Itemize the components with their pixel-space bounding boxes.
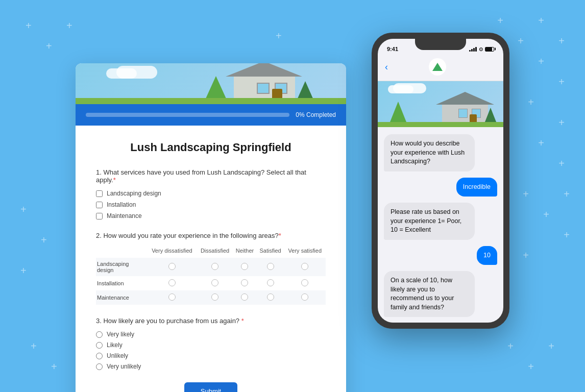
chat-messages: How would you describe your experience w… [378,127,503,323]
chat-header: ‹ [378,54,503,81]
radio-cell[interactable] [284,290,326,305]
radio-likely-input[interactable] [96,342,103,349]
checkbox-group-1: Landscaping design Installation Maintena… [96,190,326,219]
row-label-2: Maintenance [96,290,147,305]
checkbox-installation[interactable]: Installation [96,201,326,208]
back-arrow-icon[interactable]: ‹ [385,62,388,72]
radio-cell[interactable] [197,276,233,290]
survey-card: 0% Completed Lush Landscaping Springfiel… [76,63,346,392]
question-3: 3. How likely are you to purchase from u… [96,317,326,370]
checkbox-installation-input[interactable] [96,202,103,208]
survey-header: 0% Completed [76,104,346,126]
phone-frame: 9:41 ⊙ [372,33,509,329]
radio-cell[interactable] [147,258,197,276]
radio-cell[interactable] [147,290,197,305]
submit-area: Submit [96,382,326,392]
survey-body: Lush Landscaping Springfield 1. What ser… [76,126,346,392]
chat-message-5: On a scale of 10, how likely are you to … [384,271,475,317]
table-row: Maintenance [96,290,326,305]
rating-col-header-5: Very satisfied [284,246,326,258]
question-1: 1. What services have you used from Lush… [96,168,326,219]
chat-avatar [429,58,446,76]
radio-very-unlikely[interactable]: Very unlikely [96,363,326,370]
battery-icon [485,47,494,52]
checkbox-maintenance[interactable]: Maintenance [96,212,326,219]
wifi-icon: ⊙ [479,46,483,52]
rating-table: Very dissatisfied Dissatisfied Neither S… [96,246,326,305]
phone-notch [415,39,466,50]
chat-message-4: 10 [477,246,497,265]
table-row: Installation [96,276,326,290]
progress-text: 0% Completed [296,111,336,118]
chat-message-2: Incredible [456,178,497,197]
main-container: 0% Completed Lush Landscaping Springfiel… [76,33,509,359]
row-label-1: Installation [96,276,147,290]
radio-cell[interactable] [233,276,256,290]
question-1-text: 1. What services have you used from Lush… [96,168,326,184]
radio-very-unlikely-input[interactable] [96,363,103,370]
radio-cell[interactable] [197,258,233,276]
progress-bar-container [86,113,289,117]
rating-col-header-4: Satisfied [257,246,284,258]
radio-likely[interactable]: Likely [96,341,326,349]
radio-cell[interactable] [197,290,233,305]
table-row: Landscaping design [96,258,326,276]
radio-cell[interactable] [284,276,326,290]
chat-message-3: Please rate us based on your experience … [384,203,475,240]
avatar-logo-icon [432,63,443,71]
rating-col-header-1: Very dissatisfied [147,246,197,258]
radio-group-3: Very likely Likely Unlikely Very unlikel… [96,331,326,370]
survey-title: Lush Landscaping Springfield [96,141,326,154]
radio-unlikely-input[interactable] [96,353,103,359]
rating-col-header-0 [96,246,147,258]
radio-cell[interactable] [257,258,284,276]
rating-col-header-3: Neither [233,246,256,258]
phone-time: 9:41 [387,46,398,52]
question-3-text: 3. How likely are you to purchase from u… [96,317,326,325]
radio-unlikely[interactable]: Unlikely [96,352,326,359]
radio-cell[interactable] [147,276,197,290]
question-2-text: 2. How would you rate your experience in… [96,232,326,239]
question-2: 2. How would you rate your experience in… [96,232,326,305]
phone-screen: 9:41 ⊙ [378,39,503,323]
radio-cell[interactable] [257,290,284,305]
radio-very-likely-input[interactable] [96,331,103,338]
radio-cell[interactable] [284,258,326,276]
radio-cell[interactable] [257,276,284,290]
radio-cell[interactable] [233,258,256,276]
row-label-0: Landscaping design [96,258,147,276]
phone-mockup: 9:41 ⊙ [372,33,509,329]
checkbox-maintenance-input[interactable] [96,213,103,219]
chat-message-1: How would you describe your experience w… [384,134,475,172]
checkbox-landscaping-design[interactable]: Landscaping design [96,190,326,197]
radio-very-likely[interactable]: Very likely [96,331,326,338]
rating-col-header-2: Dissatisfied [197,246,233,258]
phone-hero-image [378,81,503,127]
submit-button[interactable]: Submit [184,382,237,392]
signal-bars-icon [469,46,477,52]
checkbox-landscaping-design-input[interactable] [96,190,103,197]
status-icons: ⊙ [469,46,494,52]
radio-cell[interactable] [233,290,256,305]
